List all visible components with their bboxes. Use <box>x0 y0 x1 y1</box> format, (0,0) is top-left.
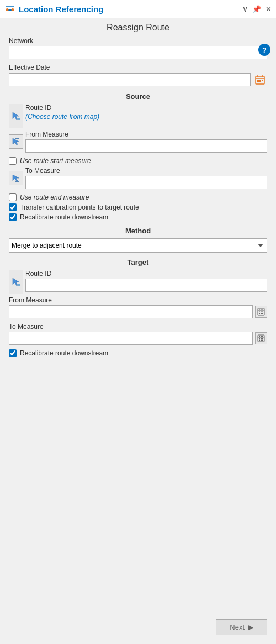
svg-rect-35 <box>261 336 262 337</box>
svg-rect-24 <box>261 310 262 311</box>
source-to-measure-input[interactable] <box>25 176 267 189</box>
calculator-icon-2 <box>257 334 265 342</box>
svg-rect-42 <box>262 340 263 341</box>
measure-to-icon <box>12 174 20 182</box>
close-button[interactable]: ✕ <box>266 5 272 13</box>
method-dropdown-row: Merge to adjacent route Reassign to exis… <box>9 238 267 253</box>
source-from-measure-input-group: From Measure <box>25 130 267 153</box>
effective-date-field-group: Effective Date <box>9 64 267 87</box>
svg-rect-40 <box>259 340 260 341</box>
collapse-button[interactable]: ∨ <box>242 4 248 13</box>
source-to-measure-input-group: To Measure <box>25 167 267 189</box>
source-route-id-label: Route ID <box>25 104 267 112</box>
effective-date-label: Effective Date <box>9 64 267 71</box>
calendar-button[interactable] <box>253 72 267 87</box>
svg-rect-41 <box>261 340 262 341</box>
source-to-measure-icon-button[interactable] <box>9 171 23 185</box>
source-from-measure-input[interactable] <box>25 139 267 153</box>
source-recalibrate-downstream-row: Recalibrate route downstream <box>9 213 267 221</box>
effective-date-input[interactable] <box>9 73 251 86</box>
source-to-measure-label: To Measure <box>25 167 267 175</box>
target-recalibrate-downstream-label[interactable]: Recalibrate route downstream <box>20 349 108 357</box>
method-dropdown[interactable]: Merge to adjacent route Reassign to exis… <box>9 238 267 253</box>
svg-rect-31 <box>262 313 263 315</box>
target-route-id-icon-button[interactable] <box>9 270 23 294</box>
svg-rect-39 <box>262 338 263 339</box>
source-to-measure-group: To Measure <box>9 167 267 189</box>
use-end-measure-row: Use route end measure <box>9 193 267 201</box>
form-title-row: Reassign Route ? <box>0 18 276 35</box>
svg-rect-20 <box>18 284 20 286</box>
source-section-header: Source <box>9 92 267 101</box>
help-button[interactable]: ? <box>258 44 270 56</box>
target-to-measure-input[interactable] <box>9 332 253 345</box>
network-label: Network <box>9 37 267 45</box>
source-from-measure-group: From Measure <box>9 130 267 153</box>
use-end-measure-label[interactable]: Use route end measure <box>20 193 89 201</box>
source-route-id-label-group: Route ID (Choose route from map) <box>25 104 267 121</box>
target-from-measure-calc-button[interactable] <box>255 306 267 318</box>
titlebar-left: Location Referencing <box>4 3 103 14</box>
target-from-measure-input[interactable] <box>9 305 253 318</box>
source-from-measure-icon-button[interactable] <box>9 134 23 149</box>
source-from-measure-label: From Measure <box>25 130 267 138</box>
method-section-header: Method <box>9 227 267 235</box>
svg-point-1 <box>6 8 9 11</box>
source-route-id-icon-button[interactable] <box>9 104 23 128</box>
form-footer: Next ▶ <box>0 612 276 644</box>
svg-marker-17 <box>13 175 19 181</box>
target-route-id-input-group: Route ID <box>25 270 267 292</box>
titlebar: Location Referencing ∨ 📌 ✕ <box>0 0 276 18</box>
main-panel: Location Referencing ∨ 📌 ✕ Reassign Rout… <box>0 0 276 644</box>
svg-rect-23 <box>259 310 260 311</box>
titlebar-controls: ∨ 📌 ✕ <box>242 4 272 13</box>
svg-rect-27 <box>261 312 262 313</box>
svg-rect-9 <box>259 80 261 81</box>
target-cursor-select-icon <box>11 277 21 287</box>
svg-rect-25 <box>262 310 263 311</box>
svg-rect-10 <box>262 80 263 81</box>
svg-rect-36 <box>262 336 263 337</box>
app-title: Location Referencing <box>19 4 103 14</box>
svg-rect-8 <box>257 80 259 81</box>
next-button[interactable]: Next ▶ <box>216 619 267 635</box>
network-field-row <box>9 46 267 59</box>
target-from-measure-row <box>9 305 267 318</box>
next-label: Next <box>230 623 245 631</box>
source-from-measure-row: From Measure <box>9 130 267 153</box>
source-recalibrate-downstream-checkbox[interactable] <box>9 213 17 221</box>
target-route-id-row: Route ID <box>9 270 267 294</box>
next-arrow-icon: ▶ <box>248 623 253 631</box>
target-to-measure-row <box>9 332 267 345</box>
pin-button[interactable]: 📌 <box>252 5 261 13</box>
calendar-icon <box>254 74 266 85</box>
transfer-calibration-checkbox[interactable] <box>9 203 17 211</box>
target-route-id-input[interactable] <box>25 279 267 292</box>
form-title: Reassign Route <box>107 23 169 33</box>
svg-rect-12 <box>259 81 261 82</box>
svg-rect-29 <box>259 313 260 315</box>
source-route-id-hint: (Choose route from map) <box>25 113 267 121</box>
cursor-select-icon <box>11 111 21 121</box>
svg-rect-26 <box>259 312 260 313</box>
target-from-measure-label: From Measure <box>9 296 267 304</box>
use-start-measure-label[interactable]: Use route start measure <box>20 157 91 165</box>
svg-rect-38 <box>261 338 262 339</box>
transfer-calibration-label[interactable]: Transfer calibration points to target ro… <box>20 203 139 211</box>
svg-rect-14 <box>18 118 20 120</box>
svg-rect-11 <box>257 81 259 82</box>
svg-rect-30 <box>261 313 262 315</box>
target-recalibrate-downstream-checkbox[interactable] <box>9 349 17 357</box>
calculator-icon <box>257 308 265 316</box>
target-to-measure-label: To Measure <box>9 323 267 331</box>
use-start-measure-checkbox[interactable] <box>9 157 17 165</box>
target-section-header: Target <box>9 258 267 266</box>
form-content: Network Effective Date <box>0 35 276 612</box>
source-recalibrate-downstream-label[interactable]: Recalibrate route downstream <box>20 213 108 221</box>
target-route-id-label: Route ID <box>25 270 267 278</box>
network-input[interactable] <box>9 46 267 59</box>
svg-rect-37 <box>259 338 260 339</box>
target-to-measure-calc-button[interactable] <box>255 332 267 344</box>
use-end-measure-checkbox[interactable] <box>9 193 17 201</box>
svg-point-2 <box>12 8 14 11</box>
